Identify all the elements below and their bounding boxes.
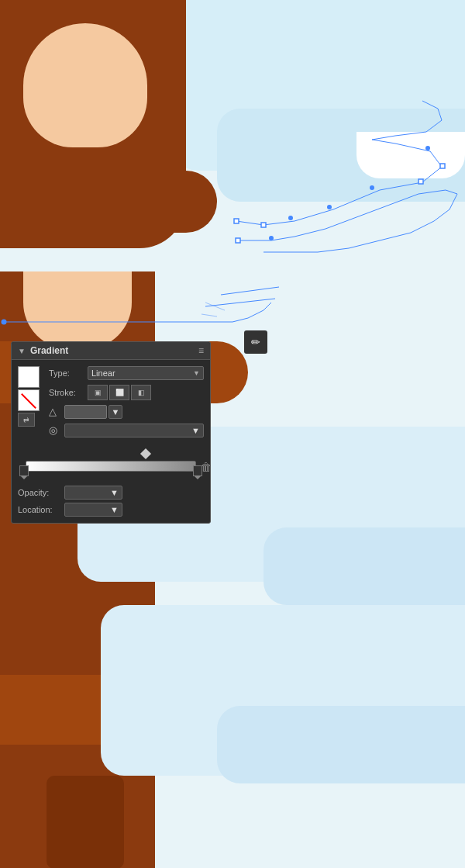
angle-dropdown[interactable]: ▼ (108, 405, 122, 419)
gradient-panel: ▼ Gradient ≡ ⇄ Type: Linear ▼ (11, 341, 211, 524)
stroke-label: Stroke: (49, 388, 88, 397)
type-select-arrow: ▼ (193, 369, 200, 377)
type-select[interactable]: Linear ▼ (88, 366, 204, 380)
gradient-bar[interactable] (26, 461, 196, 472)
delete-stop-icon[interactable]: 🗑 (201, 461, 212, 473)
shape-lb-mid2 (264, 527, 465, 605)
stroke-btn-1[interactable]: ▣ (88, 385, 108, 400)
aspect-icon: ◎ (49, 424, 61, 437)
type-row: Type: Linear ▼ (49, 366, 204, 380)
gradient-stop-left[interactable] (19, 465, 29, 476)
shape-brown-arm (0, 171, 217, 233)
pen-icon: ✏ (251, 336, 260, 348)
stroke-swatch[interactable] (18, 389, 40, 411)
panel-header-left: ▼ Gradient (18, 345, 68, 356)
shape-lb-bot2 (217, 706, 465, 783)
type-label: Type: (49, 368, 88, 378)
panel-body: ⇄ Type: Linear ▼ Stroke: ▣ ⬜ ◧ (12, 360, 210, 523)
angle-row: △ -90° ▼ (49, 405, 204, 419)
panel-title: Gradient (30, 345, 68, 356)
swatch-row: ⇄ Type: Linear ▼ Stroke: ▣ ⬜ ◧ (18, 366, 204, 444)
location-arrow: ▼ (110, 505, 119, 514)
gradient-type-icon[interactable]: ⇄ (18, 413, 35, 427)
aspect-arrow: ▼ (191, 426, 200, 435)
stroke-btn-3[interactable]: ◧ (131, 385, 151, 400)
gradient-midpoint[interactable] (140, 448, 151, 459)
location-row: Location: ▼ (18, 503, 204, 517)
gradient-slider-area: 🗑 (18, 450, 204, 475)
opacity-row: Opacity: ▼ (18, 486, 204, 500)
angle-input[interactable]: -90° (64, 405, 107, 419)
opacity-arrow: ▼ (110, 488, 119, 497)
shape-white-cutout (356, 132, 465, 178)
shape-brown-trunk (46, 776, 124, 868)
aspect-row: ◎ ▼ (49, 424, 204, 437)
type-value: Linear (91, 368, 115, 378)
swatch-stack: ⇄ (18, 366, 40, 427)
stroke-row: Stroke: ▣ ⬜ ◧ (49, 385, 204, 400)
panel-menu-icon[interactable]: ≡ (198, 345, 204, 356)
shape-peach-mid (23, 271, 132, 349)
shape-peach (23, 23, 147, 147)
pen-tool-cursor: ✏ (244, 330, 267, 354)
collapse-icon[interactable]: ▼ (18, 347, 26, 355)
opacity-label: Opacity: (18, 488, 64, 497)
stroke-btn-2[interactable]: ⬜ (109, 385, 129, 400)
location-label: Location: (18, 505, 64, 514)
location-select[interactable]: ▼ (64, 503, 122, 517)
fill-swatch[interactable] (18, 366, 40, 388)
panel-header[interactable]: ▼ Gradient ≡ (12, 342, 210, 360)
gradient-bar-container: 🗑 (26, 461, 196, 475)
aspect-select[interactable]: ▼ (64, 424, 204, 437)
opacity-select[interactable]: ▼ (64, 486, 122, 500)
angle-icon: △ (49, 406, 61, 418)
controls-area: Type: Linear ▼ Stroke: ▣ ⬜ ◧ △ -90° (49, 366, 204, 444)
